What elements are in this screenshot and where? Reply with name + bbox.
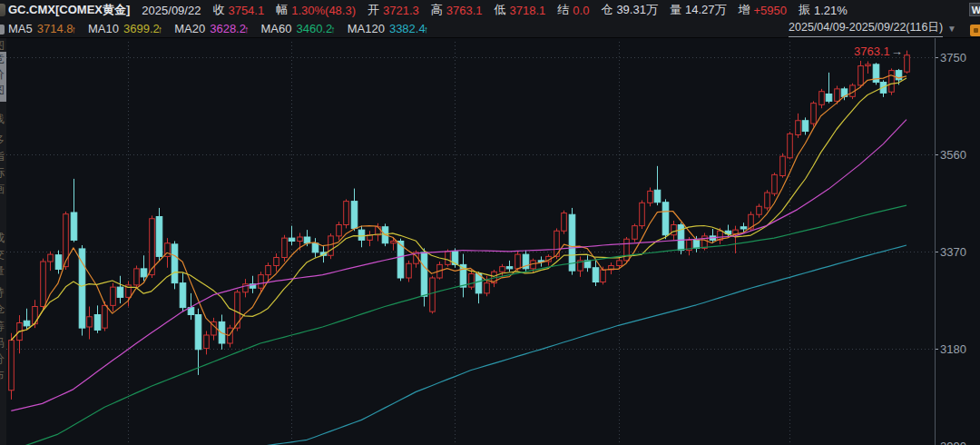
clipped-menu-glyph: 多 [0,134,6,145]
clipped-menu-glyph: 布 [0,370,6,381]
ma-indicator-bar: MA53714.8↑ MA103699.2↑ MA203628.2↑ MA603… [0,20,980,38]
clipped-menu-glyph: 图 [0,84,6,95]
left-toolbar-strip[interactable]: 图线多指标画成交量持仓筹码分布竞价图 [0,38,6,445]
ma60-up-arrow-icon: ↑ [330,24,336,35]
price-flag-arrow-icon: → [891,44,902,58]
ma20-up-arrow-icon: ↑ [244,24,250,35]
field-volume: 量14.27万 [670,2,727,18]
symbol-name: GC.CMX[COMEX黄金] [8,2,130,18]
quote-header-bar: GC.CMX[COMEX黄金] 2025/09/22 收3754.1 幅1.30… [0,0,980,20]
chevron-down-icon: ▼ [947,24,956,34]
clipped-toolbar-icon [0,4,5,16]
clipped-menu-glyph: 成 [0,232,6,243]
field-amplitude: 振1.21% [799,2,848,18]
field-open: 开3721.3 [368,2,419,18]
price-flag-value: 3763.1 [854,44,890,58]
clipped-menu-glyph: 仓 [0,303,6,314]
field-low: 低3718.1 [495,2,546,18]
ma60-readout: MA603460.2↑ [260,22,335,35]
clipped-toolbar-icon-2 [0,25,5,35]
ma20-readout: MA203628.2↑ [174,22,249,35]
clipped-orange-icon[interactable] [970,25,980,36]
candlestick-chart[interactable] [0,0,980,445]
field-open-interest: 仓39.31万 [601,2,658,18]
clipped-menu-glyph: 量 [0,265,6,276]
ma120-readout: MA1203382.4↑ [348,22,428,35]
ma5-up-arrow-icon: ↑ [72,24,77,35]
clipped-menu-glyph: 价 [0,69,6,80]
clipped-menu-glyph: 标 [0,167,6,178]
ma5-readout: MA53714.8↑ [8,22,76,35]
quote-date: 2025/09/22 [142,4,201,17]
field-oi-change: 增+5950 [738,2,787,18]
field-high: 高3763.1 [431,2,483,18]
ma120-up-arrow-icon: ↑ [424,24,429,35]
clipped-menu-glyph: 持 [0,287,6,298]
ma10-up-arrow-icon: ↑ [158,24,163,35]
clipped-menu-glyph: 图 [0,40,6,51]
selected-menu-item[interactable]: 竞价图 [0,52,6,102]
clipped-menu-glyph: 线 [0,114,6,124]
date-range-selector[interactable]: 2025/04/09-2025/09/22(116日) ▼ [789,20,980,37]
ma10-readout: MA103699.2↑ [88,22,162,35]
clipped-menu-glyph: 指 [0,151,6,162]
field-settle: 结0.0 [557,2,589,18]
clipped-menu-glyph: 画 [0,183,6,194]
date-range-label: 2025/04/09-2025/09/22(116日) [789,20,943,37]
field-change: 幅1.30%(48.3) [276,2,356,18]
clipped-menu-glyph: 码 [0,337,6,348]
field-close: 收3754.1 [212,2,264,18]
clipped-menu-glyph: 竞 [0,54,6,64]
price-flag: 3763.1→ [854,44,902,58]
clipped-menu-glyph: 交 [0,249,6,260]
clipped-menu-glyph: 筹 [0,321,6,331]
window-icon[interactable]: W [969,3,980,16]
clipped-menu-glyph: 分 [0,353,6,364]
